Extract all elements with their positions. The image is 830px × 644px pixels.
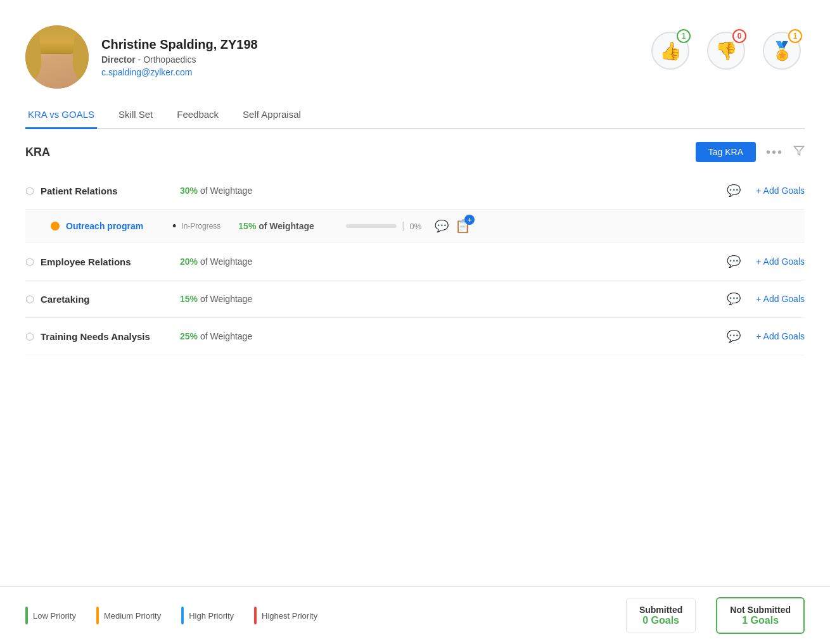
kra-name-employee-relations: Employee Relations: [41, 256, 180, 267]
kra-title: KRA: [25, 146, 50, 159]
profile-left: Christine Spalding, ZY198 Director - Ort…: [25, 25, 258, 89]
kra-row-training-needs: ⬡ Training Needs Analysis 25% of Weighta…: [25, 318, 805, 355]
legend-bar-low: [25, 607, 28, 624]
kra-actions: Tag KRA •••: [696, 142, 805, 162]
comment-icon-caretaking[interactable]: 💬: [727, 292, 741, 306]
avatar: [25, 25, 89, 89]
legend-highest-priority: Highest Priority: [254, 607, 317, 624]
badge-thumbs-down: 0 👎: [703, 32, 749, 77]
submitted-label: Submitted: [639, 605, 682, 615]
not-submitted-label: Not Submitted: [730, 605, 791, 615]
profile-info: Christine Spalding, ZY198 Director - Ort…: [101, 37, 258, 77]
goal-status-dot-outreach: [51, 222, 60, 230]
profile-role: Director - Orthopaedics: [101, 54, 258, 65]
not-submitted-count: 1 Goals: [730, 615, 791, 626]
expand-icon-patient-relations[interactable]: ⬡: [25, 185, 41, 197]
profile-name: Christine Spalding, ZY198: [101, 37, 258, 52]
legend-label-low: Low Priority: [33, 611, 76, 621]
expand-icon-caretaking[interactable]: ⬡: [25, 293, 41, 305]
comment-icon-patient-relations[interactable]: 💬: [727, 184, 741, 198]
comment-icon-outreach[interactable]: 💬: [435, 219, 449, 233]
goal-progress-outreach: | 0%: [346, 220, 435, 232]
goal-row-outreach: Outreach program • In-Progress 15% of We…: [25, 210, 805, 243]
tab-skill-set[interactable]: Skill Set: [116, 101, 155, 129]
badge-count-award: 1: [788, 29, 802, 43]
goal-status-outreach: In-Progress: [181, 222, 238, 230]
footer-legend: Low Priority Medium Priority High Priori…: [0, 586, 830, 644]
dot-separator: •: [172, 220, 176, 233]
tab-self-appraisal[interactable]: Self Appraisal: [240, 101, 303, 129]
tab-kra-goals[interactable]: KRA vs GOALS: [25, 101, 97, 129]
legend-label-high: High Priority: [189, 611, 234, 621]
add-goals-patient-relations[interactable]: + Add Goals: [756, 186, 805, 196]
svg-marker-0: [795, 146, 804, 155]
legend-high-priority: High Priority: [181, 607, 234, 624]
badge-count-thumbs-down: 0: [732, 29, 746, 43]
kra-row-caretaking: ⬡ Caretaking 15% of Weightage 💬 + Add Go…: [25, 281, 805, 318]
progress-bar-outreach: [346, 224, 397, 228]
not-submitted-goals-box: Not Submitted 1 Goals: [716, 597, 805, 634]
award-icon: 🏅: [771, 41, 793, 61]
legend-bar-high: [181, 607, 184, 624]
legend-label-highest: Highest Priority: [262, 611, 317, 621]
add-goals-training-needs[interactable]: + Add Goals: [756, 331, 805, 341]
comment-icon-training-needs[interactable]: 💬: [727, 329, 741, 343]
submitted-goals-box: Submitted 0 Goals: [626, 598, 696, 633]
thumbs-up-icon: 👍: [660, 41, 682, 61]
submitted-count: 0 Goals: [639, 615, 682, 626]
kra-name-patient-relations: Patient Relations: [41, 186, 180, 196]
kra-section: KRA Tag KRA ••• ⬡ Patient Relations 30% …: [25, 129, 805, 368]
more-options-icon[interactable]: •••: [766, 145, 783, 160]
kra-weightage-employee-relations: 20% of Weightage: [180, 256, 727, 267]
progress-pct-outreach: 0%: [409, 222, 421, 231]
kra-header: KRA Tag KRA •••: [25, 142, 805, 162]
badge-award: 1 🏅: [759, 32, 805, 77]
comment-icon-employee-relations[interactable]: 💬: [727, 255, 741, 268]
legend-medium-priority: Medium Priority: [96, 607, 161, 624]
add-goals-employee-relations[interactable]: + Add Goals: [756, 256, 805, 267]
badges-section: 1 👍 0 👎 1 🏅: [648, 32, 805, 77]
kra-name-training-needs: Training Needs Analysis: [41, 331, 180, 342]
kra-row-patient-relations: ⬡ Patient Relations 30% of Weightage 💬 +…: [25, 172, 805, 210]
expand-icon-employee-relations[interactable]: ⬡: [25, 256, 41, 268]
filter-icon[interactable]: [793, 145, 805, 160]
legend-label-medium: Medium Priority: [104, 611, 161, 621]
thumbs-down-icon: 👎: [715, 41, 737, 61]
tabs: KRA vs GOALS Skill Set Feedback Self App…: [25, 101, 805, 129]
add-goals-caretaking[interactable]: + Add Goals: [756, 294, 805, 304]
kra-weightage-patient-relations: 30% of Weightage: [180, 186, 727, 196]
profile-section: Christine Spalding, ZY198 Director - Ort…: [25, 13, 805, 101]
tag-kra-button[interactable]: Tag KRA: [696, 142, 756, 162]
copy-button-outreach[interactable]: 📋 +: [455, 218, 471, 234]
kra-row-employee-relations: ⬡ Employee Relations 20% of Weightage 💬 …: [25, 243, 805, 281]
kra-weightage-training-needs: 25% of Weightage: [180, 331, 727, 341]
kra-weightage-caretaking: 15% of Weightage: [180, 294, 727, 304]
goal-name-outreach[interactable]: Outreach program: [66, 221, 167, 231]
copy-plus-outreach: +: [464, 215, 475, 225]
tab-feedback[interactable]: Feedback: [174, 101, 221, 129]
legend-bar-highest: [254, 607, 257, 624]
expand-icon-training-needs[interactable]: ⬡: [25, 331, 41, 343]
legend-bar-medium: [96, 607, 99, 624]
badge-thumbs-up: 1 👍: [648, 32, 693, 77]
badge-count-thumbs-up: 1: [677, 29, 691, 43]
kra-name-caretaking: Caretaking: [41, 294, 180, 305]
legend-low-priority: Low Priority: [25, 607, 76, 624]
goal-weightage-outreach: 15% of Weightage: [238, 221, 346, 231]
profile-email[interactable]: c.spalding@zylker.com: [101, 67, 258, 77]
